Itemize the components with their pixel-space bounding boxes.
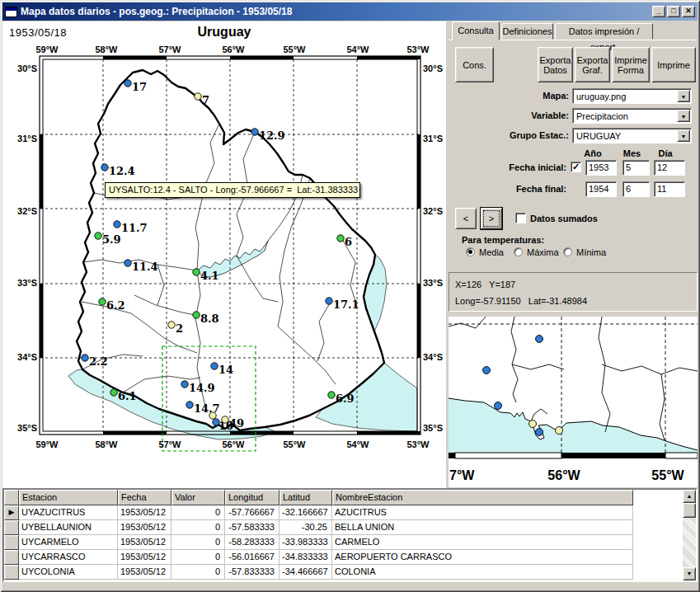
lon-labels-bottom: 59°W 58°W 57°W 56°W 55°W 54°W 53°W xyxy=(35,439,430,449)
grupo-estac-value: URUGUAY xyxy=(575,130,676,142)
minima-label: Mínima xyxy=(576,247,606,257)
maximize-button[interactable]: □ xyxy=(667,6,680,17)
grupo-estac-combobox[interactable]: URUGUAY ▼ xyxy=(572,128,692,143)
tab-consulta[interactable]: Consulta xyxy=(452,21,500,40)
table-row[interactable]: ▶ UYAZUCITRUS 1953/05/12 0 -57.766667 -3… xyxy=(4,505,696,520)
row-selector[interactable] xyxy=(4,535,19,550)
station-dot[interactable] xyxy=(181,381,188,388)
selector-header xyxy=(4,490,19,505)
station-dot[interactable] xyxy=(101,164,108,171)
datos-sumados-checkbox[interactable] xyxy=(515,213,526,223)
imprime-forma-button[interactable]: Imprime Forma xyxy=(612,47,650,82)
fecha-inicial-mes-input[interactable]: 5 xyxy=(622,160,650,176)
prev-day-button[interactable]: < xyxy=(455,208,477,229)
fecha-final-mes-input[interactable]: 6 xyxy=(622,181,650,197)
tab-definiciones[interactable]: Definiciones xyxy=(501,23,553,40)
station-dot[interactable] xyxy=(193,312,200,318)
station-dot[interactable] xyxy=(168,322,175,328)
media-radio[interactable] xyxy=(466,247,475,256)
minimap[interactable]: 7°W 56°W 55°W xyxy=(449,317,698,487)
lon-labels-top: 59°W 58°W 57°W 56°W 55°W 54°W 53°W xyxy=(35,45,430,54)
station-dot[interactable] xyxy=(124,80,131,87)
close-button[interactable]: ✕ xyxy=(682,6,695,17)
imprime-button[interactable]: Imprime xyxy=(651,47,696,82)
uruguay-border xyxy=(77,70,384,430)
mapa-combobox[interactable]: uruguay.png ▼ xyxy=(572,88,692,104)
scrollbar-thumb[interactable] xyxy=(683,503,696,518)
station-dot[interactable] xyxy=(193,269,200,275)
table-vertical-scrollbar[interactable]: ▲ ▼ xyxy=(683,490,696,580)
station-dot[interactable] xyxy=(536,336,543,343)
station-dot[interactable] xyxy=(82,355,88,361)
cell-longitud: -57.766667 xyxy=(225,505,280,520)
station-dot[interactable] xyxy=(95,233,101,239)
station-dot[interactable] xyxy=(337,235,344,242)
chevron-down-icon[interactable]: ▼ xyxy=(677,90,690,102)
minimize-button[interactable]: _ xyxy=(652,6,665,17)
col-fecha[interactable]: Fecha xyxy=(118,490,171,505)
minimap-panel[interactable]: 7°W 56°W 55°W xyxy=(449,317,698,487)
map-title: Uruguay xyxy=(2,25,446,40)
station-dot[interactable] xyxy=(326,298,332,304)
fecha-inicial-ano-input[interactable]: 1953 xyxy=(585,160,617,176)
cell-valor: 0 xyxy=(171,535,225,550)
cell-longitud: -56.016667 xyxy=(225,550,280,565)
cursor-status-box: X=126 Y=187 Long=-57.91150 Lat=-31.48984 xyxy=(449,272,698,312)
station-dot[interactable] xyxy=(529,421,537,428)
col-valor[interactable]: Valor xyxy=(171,490,225,505)
scroll-up-icon[interactable]: ▲ xyxy=(683,490,696,503)
station-dot[interactable] xyxy=(211,363,218,369)
row-selector[interactable] xyxy=(4,565,19,580)
chevron-down-icon[interactable]: ▼ xyxy=(677,129,690,142)
maxima-radio[interactable] xyxy=(514,247,523,256)
row-selector[interactable] xyxy=(4,520,19,535)
station-dot[interactable] xyxy=(114,221,120,228)
table-row[interactable]: UYCARMELO 1953/05/12 0 -58.283333 -33.98… xyxy=(4,535,696,550)
fecha-final-dia-input[interactable]: 11 xyxy=(654,181,685,197)
cell-latitud: -34.466667 xyxy=(280,565,332,580)
row-selector-current[interactable]: ▶ xyxy=(4,505,19,520)
dia-header: Día xyxy=(650,148,681,158)
station-dot[interactable] xyxy=(186,402,193,408)
table-row[interactable]: UYCOLONIA 1953/05/12 0 -57.833333 -34.46… xyxy=(4,565,696,580)
fecha-final-ano-input[interactable]: 1954 xyxy=(585,181,617,197)
row-selector[interactable] xyxy=(4,550,19,565)
station-dot[interactable] xyxy=(483,367,491,374)
station-dot[interactable] xyxy=(251,129,258,135)
uruguay-map[interactable]: 59°W 58°W 57°W 56°W 55°W 54°W 53°W 59°W … xyxy=(2,21,446,488)
station-dot[interactable] xyxy=(328,392,335,398)
fecha-inicial-checkbox[interactable]: ✓ xyxy=(571,162,581,172)
chevron-down-icon[interactable]: ▼ xyxy=(677,110,690,122)
fecha-inicial-dia-input[interactable]: 12 xyxy=(654,160,685,176)
col-estacion[interactable]: Estacion xyxy=(19,490,118,505)
station-dot[interactable] xyxy=(99,298,106,305)
table-row[interactable]: UYBELLAUNION 1953/05/12 0 -57.583333 -30… xyxy=(4,520,696,535)
station-dot[interactable] xyxy=(222,416,228,423)
exporta-datos-button[interactable]: Exporta Datos xyxy=(538,47,573,82)
svg-text:5.9: 5.9 xyxy=(102,233,121,246)
col-latitud[interactable]: Latitud xyxy=(280,490,332,505)
station-dot[interactable] xyxy=(209,412,216,419)
station-dot[interactable] xyxy=(495,402,502,410)
exporta-graf-button[interactable]: Exporta Graf. xyxy=(575,47,610,82)
col-nombreestacion[interactable]: NombreEstacion xyxy=(332,490,633,505)
scroll-down-icon[interactable]: ▼ xyxy=(683,567,696,580)
svg-text:55°W: 55°W xyxy=(283,439,306,449)
col-longitud[interactable]: Longitud xyxy=(225,490,280,505)
tab-datos-impresion[interactable]: Datos impresión / export. xyxy=(555,23,653,40)
station-dot[interactable] xyxy=(110,389,117,396)
station-dot[interactable] xyxy=(124,260,131,266)
mapa-value: uruguay.png xyxy=(575,91,676,102)
svg-text:32°S: 32°S xyxy=(17,206,37,216)
variable-combobox[interactable]: Precipitacion ▼ xyxy=(572,108,692,124)
station-dot[interactable] xyxy=(536,429,543,436)
table-row[interactable]: UYCARRASCO 1953/05/12 0 -56.016667 -34.8… xyxy=(4,550,696,565)
station-dot[interactable] xyxy=(195,93,201,100)
station-dot[interactable] xyxy=(556,427,563,435)
svg-text:55°W: 55°W xyxy=(283,45,306,54)
minima-radio[interactable] xyxy=(563,247,572,256)
next-day-button[interactable]: > xyxy=(481,208,502,229)
svg-text:34°S: 34°S xyxy=(423,352,443,362)
cons-button[interactable]: Cons. xyxy=(455,47,494,82)
svg-text:56°W: 56°W xyxy=(222,45,245,54)
